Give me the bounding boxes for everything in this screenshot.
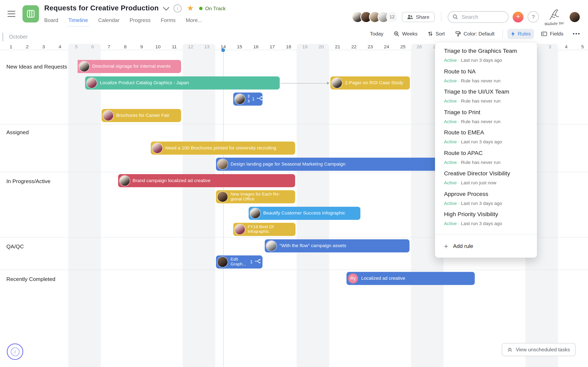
search-box[interactable]	[448, 11, 509, 23]
day-header[interactable]: 13	[199, 44, 215, 50]
tab-progress[interactable]: Progress	[130, 17, 151, 26]
tab-timeline[interactable]: Timeline	[68, 17, 88, 26]
user-avatar[interactable]	[570, 12, 580, 22]
member-count-badge[interactable]: 12	[386, 11, 398, 23]
task-bar[interactable]: Need a 100 Brochures printed for univers…	[151, 142, 295, 154]
day-header[interactable]: 9	[134, 44, 150, 50]
rule-status-active: Active	[444, 160, 457, 165]
rule-last-run: Rule has never run	[461, 160, 501, 165]
task-bar[interactable]: EditGraph...1	[216, 256, 263, 268]
board-glyph	[26, 10, 35, 18]
rule-item[interactable]: Triage to PrintActive · Rule has never r…	[444, 108, 530, 129]
rule-status-separator: ·	[457, 201, 461, 206]
view-unscheduled-tasks-button[interactable]: View unscheduled tasks	[502, 343, 576, 356]
add-rule-button[interactable]: + Add rule	[435, 234, 537, 258]
day-header[interactable]: 17	[264, 44, 281, 50]
day-header[interactable]: 20	[313, 44, 329, 50]
day-header[interactable]: 24	[379, 44, 395, 50]
day-header[interactable]: 16	[248, 44, 264, 50]
task-label: Beautify Customer Success Infographic	[263, 211, 348, 216]
task-bar[interactable]: Bfo1	[233, 92, 263, 105]
task-bar[interactable]: Brochures for Career Fair	[102, 109, 181, 122]
day-header[interactable]: 5	[574, 44, 588, 50]
task-label: Localized ad creative	[361, 276, 408, 281]
rule-status-separator: ·	[457, 58, 461, 63]
fields-button[interactable]: Fields	[538, 29, 567, 39]
day-header[interactable]: 19	[297, 44, 313, 50]
rule-item[interactable]: Triage to the Graphics TeamActive · Last…	[444, 47, 530, 67]
search-input[interactable]	[461, 13, 500, 20]
section-label: Assigned	[6, 129, 29, 135]
project-board-icon[interactable]	[22, 5, 39, 22]
day-header[interactable]: 11	[166, 44, 182, 50]
task-label: Bfo	[248, 94, 250, 104]
rule-item[interactable]: Route to NAActive · Rule has never run	[444, 68, 530, 88]
day-header[interactable]: 25	[395, 44, 411, 50]
task-bar[interactable]: 2-Pager on ROI Case Study	[330, 76, 410, 89]
day-header[interactable]: 4	[52, 44, 68, 50]
day-header[interactable]: 2	[19, 44, 35, 50]
rule-item[interactable]: Approve ProcessActive · Last run 3 days …	[444, 190, 530, 210]
rule-item[interactable]: High Priority VisibilityActive · Last ru…	[444, 210, 530, 231]
favorite-star-icon[interactable]: ★	[187, 4, 194, 12]
rule-status-active: Active	[444, 180, 457, 185]
tab-more[interactable]: More...	[186, 17, 202, 26]
today-button[interactable]: Today	[366, 29, 387, 39]
day-header[interactable]: 26	[411, 44, 428, 50]
rule-status-line: Active · Last run 3 days ago	[444, 57, 530, 64]
day-header[interactable]: 3	[542, 44, 558, 50]
day-header[interactable]: 22	[346, 44, 362, 50]
task-bar[interactable]: Design landing page for Seasonal Marketi…	[216, 158, 447, 170]
task-bar[interactable]: "With the flow" campaign assets	[265, 239, 410, 252]
tab-forms[interactable]: Forms	[161, 17, 176, 26]
day-header[interactable]: 8	[117, 44, 134, 50]
day-header[interactable]: 4	[558, 44, 574, 50]
timeline-info-button[interactable]: i	[7, 343, 23, 360]
plus-icon: +	[444, 242, 448, 250]
day-header[interactable]: 6	[85, 44, 101, 50]
help-button[interactable]: ?	[527, 11, 539, 22]
day-header[interactable]: 10	[150, 44, 166, 50]
task-bar[interactable]: Brand campaign localized ad creative	[118, 174, 295, 187]
member-avatar-stack[interactable]: 12	[352, 11, 398, 23]
rule-item[interactable]: Triage to the UI/UX TeamActive · Rule ha…	[444, 88, 530, 108]
paint-roller-icon	[455, 31, 461, 37]
task-bar[interactable]: Directional signage for internal events	[78, 60, 181, 73]
zoom-level-button[interactable]: Weeks	[390, 29, 421, 39]
share-label: Share	[416, 14, 429, 20]
share-button[interactable]: Share	[402, 12, 435, 22]
sidebar-menu-icon[interactable]	[8, 11, 16, 17]
rule-item[interactable]: Creative Director VisibilityActive · Las…	[444, 170, 530, 190]
sort-button[interactable]: Sort	[425, 29, 448, 39]
color-button[interactable]: Color: Default	[452, 29, 498, 39]
app-window: 1234567891011121314151617181920212223242…	[0, 0, 588, 367]
day-header[interactable]: 7	[101, 44, 117, 50]
rule-status-separator: ·	[457, 139, 461, 145]
tab-board[interactable]: Board	[44, 17, 58, 26]
create-button[interactable]: +	[513, 11, 523, 22]
status-badge[interactable]: On Track	[199, 6, 226, 11]
day-header[interactable]: 23	[362, 44, 379, 50]
tab-calendar[interactable]: Calendar	[98, 17, 120, 26]
rule-item[interactable]: Route to EMEAActive · Last run 3 days ag…	[444, 129, 530, 149]
day-header[interactable]: 21	[329, 44, 346, 50]
day-header[interactable]: 1	[3, 44, 19, 50]
overflow-menu-button[interactable]: •••	[571, 29, 583, 39]
day-header[interactable]: 3	[35, 44, 52, 50]
day-header[interactable]: 12	[182, 44, 199, 50]
rule-status-separator: ·	[457, 99, 461, 104]
task-bar[interactable]: FY19 Best OfInfographic	[233, 223, 296, 236]
project-info-icon[interactable]: i	[174, 4, 182, 12]
day-header[interactable]: 15	[232, 44, 248, 50]
rules-button[interactable]: Rules	[507, 29, 534, 39]
task-bar[interactable]: RyLocalized ad creative	[347, 272, 475, 285]
task-bar[interactable]: New Images for Each Re-gional Office	[216, 190, 295, 203]
task-bar[interactable]: Localize Product Catalog Graphics - Japa…	[85, 76, 280, 89]
rule-item[interactable]: Route to APACActive · Rule has never run	[444, 149, 530, 170]
task-bar[interactable]: Beautify Customer Success Infographic	[249, 207, 361, 220]
assignee-avatar	[267, 241, 277, 251]
task-label: Design landing page for Seasonal Marketi…	[231, 161, 348, 167]
chevron-down-icon[interactable]	[163, 4, 169, 11]
day-header[interactable]: 18	[281, 44, 297, 50]
day-header[interactable]: 5	[68, 44, 85, 50]
